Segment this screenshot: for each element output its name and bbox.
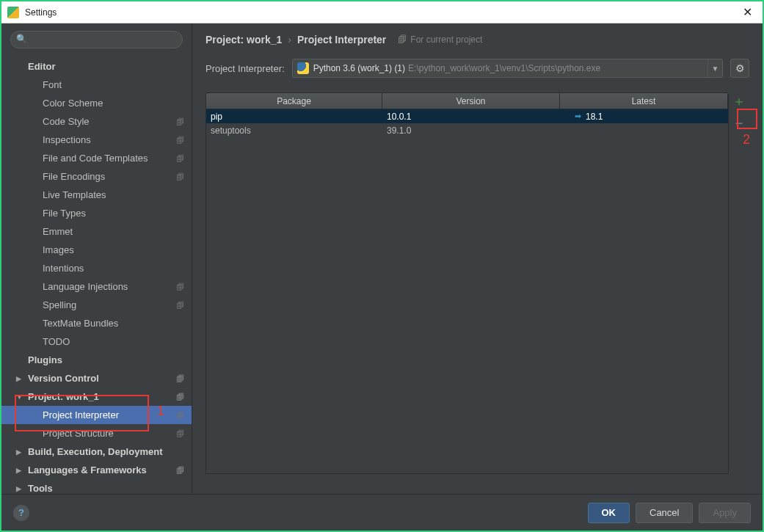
sidebar-item-label: Color Scheme — [43, 98, 184, 109]
tree-arrow-icon: ▶ — [16, 448, 23, 456]
sidebar-item[interactable]: Color Scheme — [1, 94, 192, 112]
remove-package-button[interactable]: − — [730, 114, 748, 132]
interpreter-name: Python 3.6 (work_1) (1) — [313, 63, 405, 73]
table-row[interactable]: pip10.0.1➡18.1 — [206, 109, 728, 123]
apply-button[interactable]: Apply — [699, 503, 751, 523]
project-scope-icon: 🗐 — [176, 429, 184, 438]
col-latest[interactable]: Latest — [560, 93, 728, 109]
sidebar-item[interactable]: Project Structure🗐 — [1, 424, 192, 442]
sidebar-item-label: Spelling — [43, 299, 173, 310]
cell-version: 10.0.1 — [382, 112, 560, 122]
sidebar-item[interactable]: TextMate Bundles — [1, 314, 192, 332]
table-body: pip10.0.1➡18.1setuptools39.1.0 — [206, 109, 728, 137]
sidebar-item-label: TODO — [43, 336, 184, 347]
project-scope-icon: 🗐 — [176, 283, 184, 291]
project-scope-icon: 🗐 — [176, 172, 184, 181]
sidebar-item[interactable]: Images — [1, 241, 192, 259]
settings-sidebar: 🔍 EditorFontColor SchemeCode Style🗐Inspe… — [1, 23, 192, 494]
tree-arrow-icon: ▶ — [16, 485, 23, 492]
interpreter-dropdown[interactable]: Python 3.6 (work_1) (1) E:\python_work\w… — [292, 59, 723, 78]
col-package[interactable]: Package — [206, 93, 382, 109]
package-toolbar: ＋ − — [729, 92, 749, 474]
sidebar-item[interactable]: Language Injections🗐 — [1, 277, 192, 296]
sidebar-item-label: Build, Execution, Deployment — [28, 446, 184, 457]
sidebar-item-label: Language Injections — [43, 281, 173, 292]
sidebar-item-label: Project Structure — [43, 428, 173, 439]
breadcrumb-sep: › — [288, 34, 291, 45]
sidebar-item-label: Font — [43, 79, 184, 90]
search-icon: 🔍 — [16, 34, 27, 44]
close-icon[interactable]: ✕ — [738, 5, 757, 19]
table-header: Package Version Latest — [206, 93, 728, 109]
project-scope-icon: 🗐 — [176, 136, 184, 145]
minus-icon: − — [735, 116, 743, 131]
python-icon — [297, 62, 309, 74]
tree-arrow-icon: ▶ — [16, 375, 23, 382]
sidebar-item[interactable]: Project Interpreter🗐 — [1, 406, 192, 424]
sidebar-item-label: Project Interpreter — [43, 409, 173, 420]
sidebar-item[interactable]: Intentions — [1, 259, 192, 277]
table-row[interactable]: setuptools39.1.0 — [206, 123, 728, 137]
sidebar-item[interactable]: Spelling🗐 — [1, 296, 192, 314]
plus-icon: ＋ — [732, 92, 746, 110]
sidebar-item[interactable]: Editor — [1, 57, 192, 76]
dialog-footer: ? OK Cancel Apply — [1, 494, 763, 531]
sidebar-item-label: Project: work_1 — [28, 391, 173, 402]
breadcrumb-scope: 🗐 For current project — [398, 34, 482, 45]
content: 🔍 EditorFontColor SchemeCode Style🗐Inspe… — [1, 23, 763, 494]
sidebar-item-label: File Types — [43, 208, 184, 219]
sidebar-item[interactable]: ▶Build, Execution, Deployment — [1, 442, 192, 461]
breadcrumb-project: Project: work_1 — [205, 34, 282, 45]
col-version[interactable]: Version — [382, 93, 560, 109]
tree-arrow-icon: ▶ — [16, 467, 23, 474]
sidebar-item-label: Inspections — [43, 134, 173, 145]
sidebar-item-label: File Encodings — [43, 171, 173, 182]
sidebar-item-label: Languages & Frameworks — [28, 464, 173, 475]
main-panel: Project: work_1 › Project Interpreter 🗐 … — [192, 23, 763, 494]
sidebar-item[interactable]: ▼Project: work_1🗐 — [1, 387, 192, 406]
interpreter-settings-button[interactable]: ⚙ — [730, 59, 749, 78]
cell-version: 39.1.0 — [382, 125, 560, 136]
interpreter-path: E:\python_work\work_1\venv1\Scripts\pyth… — [408, 63, 600, 73]
project-scope-icon: 🗐 — [398, 34, 407, 45]
chevron-down-icon: ▼ — [707, 59, 722, 77]
ok-button[interactable]: OK — [588, 503, 630, 523]
cell-latest: ➡18.1 — [560, 112, 728, 122]
sidebar-item-label: Intentions — [43, 263, 184, 274]
upgrade-icon: ➡ — [575, 112, 581, 121]
sidebar-item-label: File and Code Templates — [43, 153, 173, 164]
sidebar-item[interactable]: ▶Languages & Frameworks🗐 — [1, 461, 192, 479]
sidebar-item[interactable]: ▶Tools — [1, 479, 192, 494]
sidebar-item[interactable]: Emmet — [1, 222, 192, 241]
add-package-button[interactable]: ＋ — [730, 92, 748, 110]
cell-package: pip — [206, 112, 382, 122]
interpreter-row: Project Interpreter: Python 3.6 (work_1)… — [205, 59, 749, 78]
cancel-button[interactable]: Cancel — [636, 503, 693, 523]
project-scope-icon: 🗐 — [176, 301, 184, 310]
sidebar-item[interactable]: File Types — [1, 204, 192, 222]
sidebar-item[interactable]: File Encodings🗐 — [1, 167, 192, 186]
sidebar-item-label: Tools — [28, 483, 184, 494]
packages-table: Package Version Latest pip10.0.1➡18.1set… — [205, 92, 729, 474]
sidebar-item[interactable]: ▶Version Control🗐 — [1, 369, 192, 387]
interpreter-label: Project Interpreter: — [205, 63, 285, 74]
sidebar-item-label: Images — [43, 244, 184, 255]
sidebar-item-label: Emmet — [43, 226, 184, 237]
sidebar-item[interactable]: Inspections🗐 — [1, 131, 192, 149]
settings-tree: EditorFontColor SchemeCode Style🗐Inspect… — [1, 53, 192, 494]
sidebar-item[interactable]: File and Code Templates🗐 — [1, 149, 192, 167]
titlebar: Settings ✕ — [1, 1, 763, 23]
sidebar-item-label: Plugins — [28, 354, 184, 365]
sidebar-item[interactable]: TODO — [1, 332, 192, 351]
project-scope-icon: 🗐 — [176, 411, 184, 420]
search-input[interactable] — [10, 31, 183, 48]
project-scope-icon: 🗐 — [176, 117, 184, 126]
sidebar-item[interactable]: Plugins — [1, 351, 192, 369]
sidebar-item[interactable]: Live Templates — [1, 186, 192, 204]
tree-arrow-icon: ▼ — [16, 393, 23, 401]
sidebar-item[interactable]: Font — [1, 76, 192, 94]
project-scope-icon: 🗐 — [176, 393, 184, 401]
help-button[interactable]: ? — [13, 505, 29, 521]
latest-version: 18.1 — [586, 112, 603, 122]
sidebar-item[interactable]: Code Style🗐 — [1, 112, 192, 131]
